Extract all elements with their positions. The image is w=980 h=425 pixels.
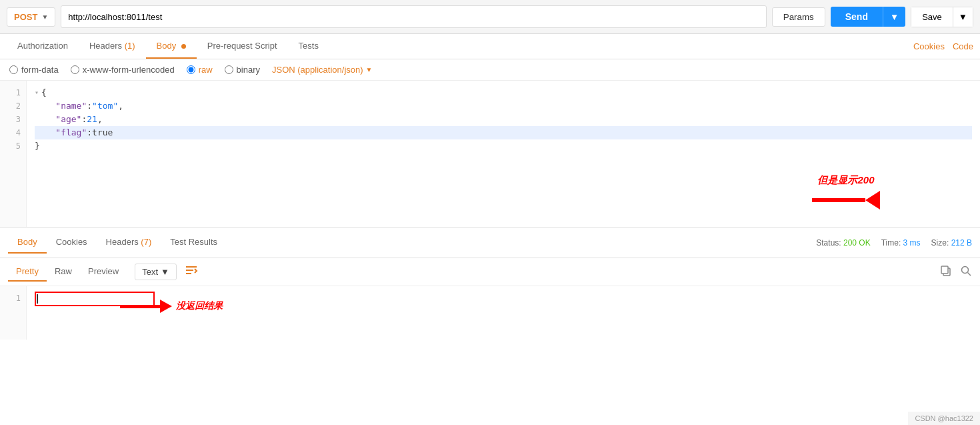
json-type-selector[interactable]: JSON (application/json) ▼ bbox=[272, 65, 372, 75]
headers-badge: (7) bbox=[141, 237, 151, 247]
resp-line-num-1: 1 bbox=[0, 292, 26, 305]
line-numbers: 1 2 3 4 5 bbox=[0, 81, 27, 227]
save-button[interactable]: Save bbox=[911, 7, 953, 27]
arrow-shaft bbox=[812, 198, 865, 202]
svg-rect-0 bbox=[186, 266, 197, 268]
raw-label: raw bbox=[199, 65, 213, 75]
code-editor: 1 2 3 4 5 ▾ { "name": "tom", "age": 21, … bbox=[0, 81, 980, 228]
response-header: Body Cookies Headers (7) Test Results St… bbox=[0, 228, 980, 258]
resp-arrow-head bbox=[160, 300, 172, 313]
copy-icon[interactable] bbox=[940, 265, 952, 280]
tab-body[interactable]: Body bbox=[146, 34, 197, 59]
code-line-5: } bbox=[35, 139, 972, 153]
resp-annotation-text: 没返回结果 bbox=[176, 300, 223, 312]
response-meta: Status: 200 OK Time: 3 ms Size: 212 B bbox=[816, 238, 972, 248]
time-label: Time: 3 ms bbox=[881, 238, 921, 248]
tab-authorization[interactable]: Authorization bbox=[7, 34, 79, 59]
editor-annotation: 但是显示200 bbox=[812, 174, 880, 209]
svg-rect-4 bbox=[941, 266, 948, 274]
key-flag: "flag" bbox=[55, 126, 87, 139]
svg-point-5 bbox=[962, 266, 969, 273]
top-bar: POST ▼ Params Send ▼ Save ▼ bbox=[0, 0, 980, 34]
response-type-selector[interactable]: Text ▼ bbox=[135, 264, 177, 280]
resp-tab-test-results[interactable]: Test Results bbox=[161, 232, 227, 254]
nav-right: Cookies Code bbox=[913, 41, 973, 51]
radio-raw[interactable]: raw bbox=[187, 65, 213, 75]
svg-rect-1 bbox=[186, 270, 193, 271]
val-name: "tom" bbox=[92, 99, 118, 113]
method-selector[interactable]: POST ▼ bbox=[7, 7, 55, 27]
annotation-text: 但是显示200 bbox=[817, 174, 874, 187]
body-type-bar: form-data x-www-form-urlencoded raw bina… bbox=[0, 59, 980, 81]
resp-icon-buttons bbox=[940, 265, 972, 280]
open-brace: { bbox=[41, 86, 47, 99]
close-brace: } bbox=[35, 139, 40, 153]
resp-annotation: 没返回结果 bbox=[120, 300, 223, 313]
response-content: 1 没返回结果 bbox=[0, 286, 980, 340]
urlencoded-label: x-www-form-urlencoded bbox=[83, 65, 175, 75]
tab-headers[interactable]: Headers (1) bbox=[79, 34, 146, 59]
method-chevron: ▼ bbox=[41, 13, 48, 21]
time-value: 3 ms bbox=[903, 238, 921, 248]
size-label: Size: 212 B bbox=[931, 238, 972, 248]
line-num-3: 3 bbox=[0, 113, 26, 126]
format-pretty[interactable]: Pretty bbox=[8, 262, 47, 282]
form-data-label: form-data bbox=[21, 65, 59, 75]
url-input[interactable] bbox=[61, 5, 766, 28]
line-num-5: 5 bbox=[0, 139, 26, 153]
binary-label: binary bbox=[237, 65, 260, 75]
send-btn-group: Send ▼ bbox=[831, 7, 905, 27]
svg-rect-2 bbox=[186, 273, 191, 274]
val-flag: true bbox=[92, 126, 113, 139]
status-label: Status: 200 OK bbox=[816, 238, 870, 248]
search-icon[interactable] bbox=[960, 265, 972, 280]
send-chevron-button[interactable]: ▼ bbox=[883, 7, 905, 27]
response-tabs: Body Cookies Headers (7) Test Results bbox=[8, 232, 227, 254]
svg-line-6 bbox=[968, 272, 971, 276]
save-btn-group: Save ▼ bbox=[911, 7, 973, 27]
resp-arrow-shaft bbox=[120, 305, 160, 308]
tab-prerequest[interactable]: Pre-request Script bbox=[197, 34, 288, 59]
resp-tab-body[interactable]: Body bbox=[8, 232, 47, 254]
line-num-1: 1 bbox=[0, 86, 26, 99]
status-value: 200 OK bbox=[843, 238, 871, 248]
send-button[interactable]: Send bbox=[831, 7, 883, 27]
json-type-chevron: ▼ bbox=[366, 66, 373, 73]
nav-tabs: Authorization Headers (1) Body Pre-reque… bbox=[0, 34, 980, 59]
key-name: "name" bbox=[55, 99, 87, 113]
body-dot bbox=[181, 44, 186, 49]
line-num-4: 4 bbox=[0, 126, 26, 139]
save-chevron-button[interactable]: ▼ bbox=[953, 7, 973, 27]
radio-urlencoded[interactable]: x-www-form-urlencoded bbox=[71, 65, 175, 75]
annotation-arrow bbox=[812, 191, 880, 209]
resp-tab-cookies[interactable]: Cookies bbox=[47, 232, 97, 254]
size-value: 212 B bbox=[951, 238, 972, 248]
key-age: "age" bbox=[55, 113, 81, 126]
arrow-head bbox=[865, 191, 880, 209]
wrap-icon[interactable] bbox=[185, 264, 198, 280]
json-type-label: JSON (application/json) bbox=[272, 65, 363, 75]
response-body-toolbar: Pretty Raw Preview Text ▼ bbox=[0, 258, 980, 286]
radio-form-data[interactable]: form-data bbox=[9, 65, 59, 75]
tab-tests[interactable]: Tests bbox=[288, 34, 329, 59]
format-raw[interactable]: Raw bbox=[47, 262, 80, 282]
code-line-4: "flag": true bbox=[35, 126, 972, 139]
type-chevron: ▼ bbox=[161, 267, 169, 277]
format-preview[interactable]: Preview bbox=[80, 262, 127, 282]
params-button[interactable]: Params bbox=[772, 7, 825, 27]
code-line-1: ▾ { bbox=[35, 86, 972, 99]
code-link[interactable]: Code bbox=[953, 41, 973, 51]
resp-code-area[interactable] bbox=[27, 286, 980, 340]
code-line-3: "age": 21, bbox=[35, 113, 972, 126]
type-label: Text bbox=[142, 267, 158, 277]
val-age: 21 bbox=[87, 113, 97, 126]
resp-tab-headers[interactable]: Headers (7) bbox=[97, 232, 161, 254]
cookies-link[interactable]: Cookies bbox=[913, 41, 945, 51]
radio-binary[interactable]: binary bbox=[225, 65, 260, 75]
resp-line-numbers: 1 bbox=[0, 286, 27, 340]
method-label: POST bbox=[14, 12, 37, 22]
fold-arrow-1: ▾ bbox=[35, 86, 39, 99]
code-line-2: "name": "tom", bbox=[35, 99, 972, 113]
line-num-2: 2 bbox=[0, 99, 26, 113]
resp-arrow bbox=[120, 300, 172, 313]
